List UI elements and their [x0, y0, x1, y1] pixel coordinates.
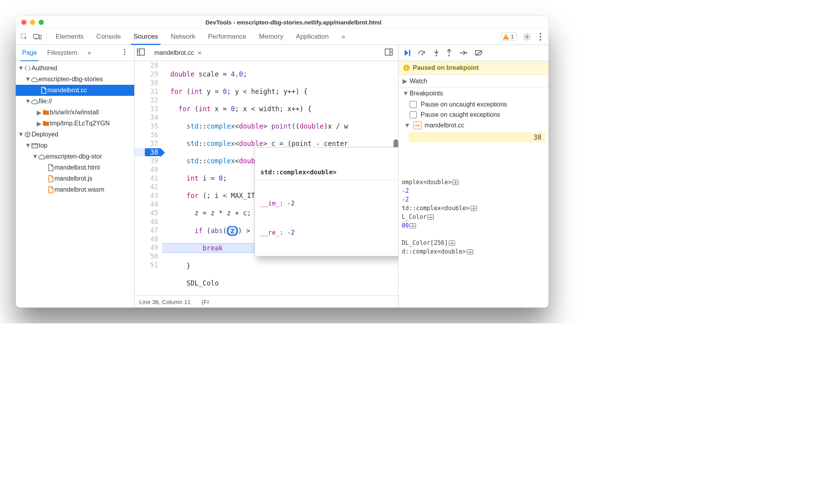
file-tree[interactable]: ▼Authored ▼emscripten-dbg-stories mandel…: [16, 61, 134, 308]
debugger: i Paused on breakpoint ▶Watch ▼Breakpoin…: [399, 45, 549, 308]
close-window-button[interactable]: [21, 20, 26, 25]
main-tabs: Elements Console Sources Network Perform…: [16, 29, 549, 45]
gutter[interactable]: 28293031323334353637 38 3940414243444546…: [135, 61, 162, 295]
editor-tabs: mandelbrot.cc ✕: [135, 45, 398, 61]
inspect-icon[interactable]: [17, 33, 31, 41]
svg-rect-3: [506, 35, 506, 37]
svg-point-8: [539, 39, 541, 40]
section-breakpoints: ▼Breakpoints Pause on uncaught exception…: [399, 87, 549, 142]
svg-rect-13: [137, 49, 144, 55]
breakpoint-line[interactable]: 38: [409, 132, 545, 142]
info-icon: i: [403, 65, 410, 71]
tree-file-proto[interactable]: ▼file://: [16, 96, 134, 107]
tree-file-js[interactable]: mandelbrot.js: [16, 173, 134, 184]
svg-point-11: [124, 54, 125, 55]
device-icon[interactable]: [31, 33, 44, 41]
step-icon[interactable]: [459, 50, 468, 56]
svg-point-18: [448, 55, 450, 56]
tree-file-wasm[interactable]: mandelbrot.wasm: [16, 184, 134, 195]
breakpoint-gutter-38[interactable]: 38: [135, 148, 158, 157]
tab-sources[interactable]: Sources: [127, 29, 164, 45]
tree-authored[interactable]: ▼Authored: [16, 63, 134, 74]
divider: [47, 32, 47, 41]
source-file-icon: <>: [414, 121, 421, 129]
tree-file-html[interactable]: mandelbrot.html: [16, 162, 134, 173]
svg-rect-15: [409, 50, 410, 56]
paused-banner: i Paused on breakpoint: [399, 61, 549, 75]
section-watch[interactable]: ▶Watch: [399, 75, 549, 87]
svg-point-16: [421, 54, 423, 56]
warnings-count: 1: [511, 34, 514, 40]
devtools-window: DevTools - emscripten-dbg-stories.netlif…: [16, 16, 549, 308]
memory-icon[interactable]: [452, 180, 459, 185]
zoom-window-button[interactable]: [39, 20, 44, 25]
memory-icon[interactable]: [427, 215, 434, 220]
hover-type: std::complex<double>: [255, 165, 398, 180]
memory-icon[interactable]: [449, 241, 455, 246]
breakpoints-header[interactable]: ▼Breakpoints: [399, 88, 549, 99]
svg-rect-1: [34, 34, 39, 38]
tree-domain-authored[interactable]: ▼emscripten-dbg-stories: [16, 74, 134, 85]
step-over-icon[interactable]: [418, 50, 427, 56]
window-title: DevTools - emscripten-dbg-stories.netlif…: [44, 19, 543, 26]
tab-application[interactable]: Application: [290, 29, 335, 45]
deactivate-breakpoints-icon[interactable]: [475, 49, 483, 56]
hover-tooltip: std::complex<double> __im_: -2 __re_: -2: [255, 147, 398, 256]
titlebar: DevTools - emscripten-dbg-stories.netlif…: [16, 16, 549, 29]
step-into-icon[interactable]: [434, 49, 439, 57]
breakpoint-file[interactable]: ▼<>mandelbrot.cc: [399, 120, 549, 131]
tree-top[interactable]: ▼top: [16, 140, 134, 151]
resume-icon[interactable]: [404, 49, 411, 56]
memory-icon[interactable]: [410, 223, 416, 228]
tab-performance[interactable]: Performance: [202, 29, 253, 45]
tree-domain-deployed[interactable]: ▼emscripten-dbg-stor: [16, 151, 134, 162]
editor: mandelbrot.cc ✕ 28293031323334353637 38 …: [135, 45, 399, 308]
svg-point-19: [466, 52, 467, 54]
debugger-toolbar: [399, 45, 549, 61]
svg-point-9: [124, 49, 125, 50]
svg-point-17: [436, 55, 437, 56]
tab-console[interactable]: Console: [90, 29, 127, 45]
window-controls: [21, 20, 44, 25]
svg-rect-2: [39, 35, 41, 39]
tree-deployed[interactable]: ▼Deployed: [16, 129, 134, 140]
tree-folder-install[interactable]: ▶b/s/w/ir/x/w/install: [16, 107, 134, 118]
columns: Page Filesystem » ▼Authored ▼emscripten-…: [16, 45, 549, 308]
svg-point-7: [539, 36, 541, 37]
kebab-icon[interactable]: [534, 33, 547, 41]
svg-point-10: [124, 51, 125, 53]
close-tab-icon[interactable]: ✕: [197, 50, 202, 56]
minimize-window-button[interactable]: [30, 20, 35, 25]
scope-values: omplex<double> -2 -2 td::complex<double>…: [399, 142, 549, 256]
step-out-icon[interactable]: [446, 49, 452, 57]
tab-memory[interactable]: Memory: [253, 29, 289, 45]
pause-uncaught-checkbox[interactable]: Pause on uncaught exceptions: [399, 99, 549, 110]
editor-tab-label: mandelbrot.cc: [154, 49, 194, 56]
memory-icon[interactable]: [467, 249, 473, 254]
settings-icon[interactable]: [520, 33, 534, 41]
nav-kebab-icon[interactable]: [124, 49, 132, 57]
svg-rect-12: [32, 143, 37, 147]
hovered-token-z[interactable]: z: [227, 226, 238, 236]
nav-tab-filesystem[interactable]: Filesystem: [43, 45, 81, 61]
code-area[interactable]: double scale = 4.0; for (int y = 0; y < …: [162, 61, 398, 295]
nav-tabs-overflow[interactable]: »: [84, 45, 95, 61]
pause-caught-checkbox[interactable]: Pause on caught exceptions: [399, 110, 549, 120]
hover-row: __im_: -2: [255, 198, 398, 209]
memory-icon[interactable]: [470, 206, 477, 211]
tab-elements[interactable]: Elements: [49, 29, 90, 45]
tree-file-mandelbrot-cc[interactable]: mandelbrot.cc: [16, 85, 134, 96]
navigator: Page Filesystem » ▼Authored ▼emscripten-…: [16, 45, 135, 308]
toggle-debugger-icon[interactable]: [385, 49, 396, 57]
cursor-position: Line 38, Column 11: [139, 299, 191, 305]
warnings-badge[interactable]: 1: [501, 33, 517, 41]
tree-folder-tmp[interactable]: ▶tmp/tmp.ELcTq2YGN: [16, 118, 134, 129]
tabs-overflow[interactable]: »: [335, 29, 351, 45]
editor-tab-mandelbrot[interactable]: mandelbrot.cc ✕: [151, 45, 205, 61]
editor-body[interactable]: 28293031323334353637 38 3940414243444546…: [135, 61, 398, 295]
toggle-navigator-icon[interactable]: [137, 49, 148, 57]
nav-tab-page[interactable]: Page: [18, 45, 41, 61]
svg-point-5: [526, 35, 528, 38]
svg-rect-4: [506, 38, 506, 39]
tab-network[interactable]: Network: [165, 29, 202, 45]
